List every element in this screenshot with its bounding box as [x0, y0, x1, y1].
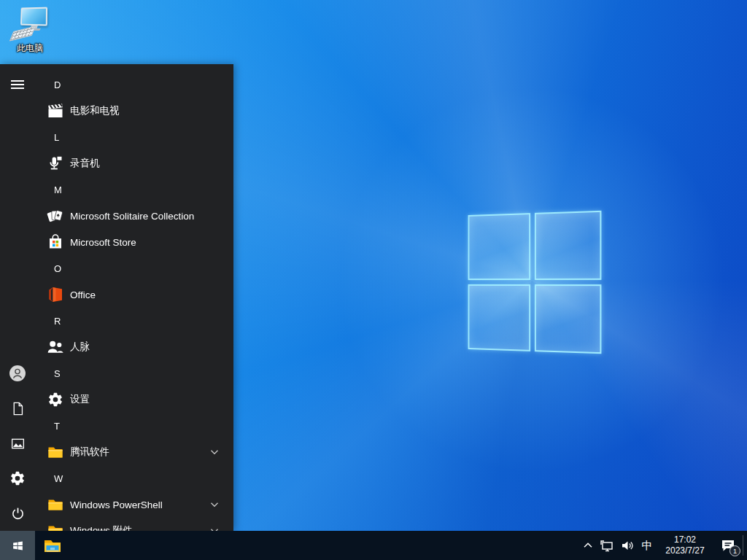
app-item-label: 设置 — [70, 393, 90, 406]
start-rail-settings-button[interactable] — [0, 461, 35, 496]
clock-date: 2023/7/27 — [665, 545, 704, 556]
folder-icon — [47, 496, 64, 513]
app-item[interactable]: 设置 — [35, 386, 233, 413]
start-menu-rail — [0, 64, 35, 531]
people-icon — [47, 338, 64, 356]
logo-pane — [535, 284, 602, 354]
this-pc-icon — [11, 6, 49, 41]
network-status-button[interactable] — [597, 531, 617, 560]
show-desktop-button[interactable] — [743, 531, 747, 560]
app-item[interactable]: Microsoft Store — [35, 229, 233, 255]
app-item-label: Microsoft Solitaire Collection — [70, 211, 194, 222]
app-item-label: 人脉 — [70, 341, 90, 354]
app-item[interactable]: Office — [35, 281, 233, 308]
solitaire-icon: ♠ — [47, 207, 64, 225]
power-icon — [10, 506, 26, 521]
gear-icon — [47, 391, 64, 408]
action-center-button[interactable]: 1 — [713, 531, 743, 560]
start-rail-documents-button[interactable] — [0, 391, 35, 426]
voice-recorder-icon — [47, 155, 64, 172]
office-icon — [47, 286, 64, 303]
start-button[interactable] — [0, 531, 35, 560]
app-item-label: Windows 附件 — [70, 524, 133, 531]
app-group-letter[interactable]: D — [35, 71, 233, 98]
taskbar-item-file-explorer[interactable] — [35, 531, 70, 560]
windows-logo-icon — [12, 540, 24, 552]
app-item[interactable]: 人脉 — [35, 334, 233, 360]
logo-pane — [468, 213, 531, 280]
app-item[interactable]: 录音机 — [35, 150, 233, 176]
keyboard — [9, 26, 36, 41]
start-menu: D电影和电视L录音机M♠Microsoft Solitaire Collecti… — [0, 64, 233, 531]
app-item-label: 电影和电视 — [70, 104, 120, 117]
gear-icon — [9, 470, 26, 486]
ime-indicator[interactable]: 中 — [638, 531, 657, 560]
app-item-label: Microsoft Store — [70, 237, 136, 248]
taskbar: 中 17:02 2023/7/27 1 — [0, 531, 747, 560]
desktop-icon-this-pc[interactable]: 此电脑 — [9, 6, 51, 55]
volume-icon — [620, 538, 635, 553]
movies-tv-icon — [47, 102, 64, 120]
app-item-label: Office — [70, 289, 96, 300]
hamburger-icon — [11, 78, 24, 91]
monitor-screen — [20, 7, 47, 26]
notification-badge: 1 — [729, 545, 740, 556]
app-item-label: 录音机 — [70, 157, 100, 170]
app-group-letter[interactable]: T — [35, 413, 233, 439]
app-group-letter[interactable]: S — [35, 360, 233, 386]
app-group-letter[interactable]: O — [35, 255, 233, 281]
store-icon — [47, 233, 64, 251]
app-item[interactable]: 电影和电视 — [35, 98, 233, 124]
app-group-letter[interactable]: M — [35, 176, 233, 203]
network-icon — [600, 538, 614, 553]
logo-pane — [535, 211, 602, 280]
start-rail-expand-button[interactable] — [0, 67, 35, 102]
start-rail-user-account-button[interactable] — [0, 356, 35, 391]
clock[interactable]: 17:02 2023/7/27 — [657, 531, 713, 560]
chevron-down-icon[interactable] — [209, 446, 220, 458]
app-group-letter[interactable]: W — [35, 465, 233, 491]
start-rail-power-button[interactable] — [0, 496, 35, 531]
chevron-down-icon[interactable] — [209, 525, 220, 531]
app-item-label: 腾讯软件 — [70, 446, 109, 459]
logo-pane — [468, 284, 531, 351]
start-menu-app-list: D电影和电视L录音机M♠Microsoft Solitaire Collecti… — [35, 71, 233, 531]
app-item[interactable]: ♠Microsoft Solitaire Collection — [35, 203, 233, 229]
hidden-icons-button[interactable] — [579, 531, 597, 560]
app-group-letter[interactable]: L — [35, 124, 233, 150]
app-item[interactable]: Windows PowerShell — [35, 491, 233, 518]
chevron-up-icon — [582, 540, 594, 551]
app-item-label: Windows PowerShell — [70, 499, 163, 510]
volume-button[interactable] — [617, 531, 638, 560]
document-icon — [10, 401, 26, 416]
app-item[interactable]: 腾讯软件 — [35, 439, 233, 465]
chevron-down-icon[interactable] — [209, 499, 220, 510]
system-tray: 中 17:02 2023/7/27 1 — [579, 531, 747, 560]
pictures-icon — [10, 436, 26, 451]
clock-time: 17:02 — [674, 534, 696, 545]
windows-wallpaper-logo — [468, 211, 602, 354]
file-explorer-icon — [43, 536, 62, 555]
desktop-icon-label: 此电脑 — [9, 42, 51, 55]
app-item[interactable]: Windows 附件 — [35, 518, 233, 531]
user-icon — [9, 365, 26, 382]
app-group-letter[interactable]: R — [35, 308, 233, 334]
folder-icon — [47, 522, 64, 531]
start-rail-pictures-button[interactable] — [0, 426, 35, 461]
folder-icon — [47, 443, 64, 461]
